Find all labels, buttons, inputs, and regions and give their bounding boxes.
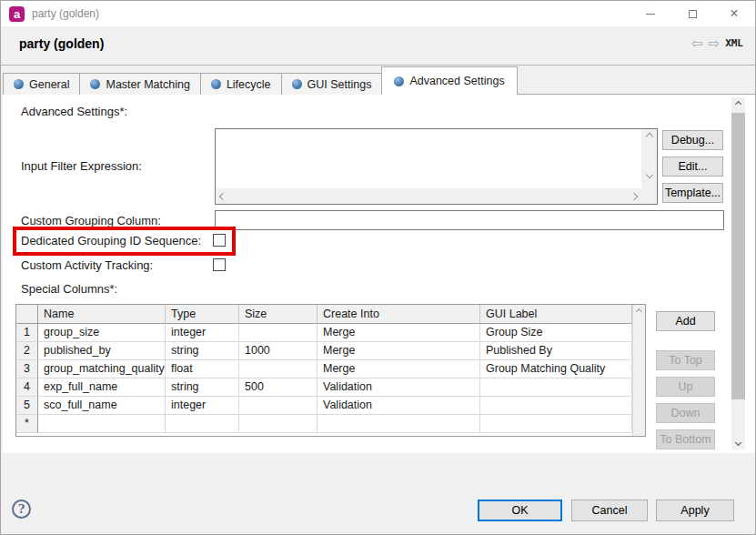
tab-label: Lifecycle — [227, 78, 271, 91]
cell-name[interactable]: published_by — [38, 342, 166, 360]
cell-size[interactable]: 500 — [239, 379, 318, 397]
expression-vertical-scrollbar[interactable] — [641, 129, 657, 189]
cell-type[interactable] — [166, 415, 239, 433]
tab-general[interactable]: General — [3, 73, 80, 95]
cell-name[interactable]: exp_full_name — [38, 379, 166, 397]
back-arrow-icon[interactable]: ⇦ — [691, 36, 703, 50]
close-icon: × — [730, 6, 738, 21]
template-button[interactable]: Template... — [662, 183, 723, 203]
tab-master-matching[interactable]: Master Matching — [79, 73, 200, 95]
scroll-up-arrow[interactable] — [731, 97, 745, 111]
cell-gui-label[interactable]: Group Matching Quality — [480, 360, 632, 379]
debug-button[interactable]: Debug... — [662, 130, 723, 150]
table-row[interactable]: 1 group_size integer Merge Group Size — [16, 324, 645, 342]
cell-name[interactable]: group_matching_quality — [38, 360, 166, 379]
row-number: 4 — [16, 379, 38, 397]
cell-create-into[interactable]: Validation — [318, 379, 480, 397]
maximize-icon — [689, 10, 697, 18]
header-size[interactable]: Size — [239, 305, 318, 324]
tab-label: Master Matching — [106, 78, 189, 91]
advanced-settings-panel: Advanced Settings*: Input Filter Express… — [3, 94, 756, 453]
minimize-button[interactable] — [630, 1, 671, 26]
header-type[interactable]: Type — [166, 305, 239, 324]
xml-view-link[interactable]: XML — [725, 37, 743, 49]
tab-advanced-settings[interactable]: Advanced Settings — [381, 66, 517, 95]
page-title: party (golden) — [19, 36, 104, 51]
special-columns-label: Special Columns*: — [21, 282, 117, 296]
cell-create-into[interactable]: Merge — [318, 324, 480, 342]
to-bottom-button[interactable]: To Bottom — [656, 429, 715, 449]
tab-strip: General Master Matching Lifecycle GUI Se… — [3, 66, 517, 95]
expression-horizontal-scrollbar[interactable] — [216, 188, 641, 204]
tab-gui-settings[interactable]: GUI Settings — [281, 73, 383, 95]
window-title: party (golden) — [32, 7, 630, 20]
to-top-button[interactable]: To Top — [656, 350, 715, 370]
cell-create-into[interactable]: Merge — [318, 360, 480, 379]
apply-button[interactable]: Apply — [656, 500, 734, 521]
row-number: 3 — [16, 360, 38, 379]
scrollbar-thumb[interactable] — [731, 113, 745, 399]
custom-activity-tracking-checkbox[interactable] — [213, 258, 226, 271]
custom-grouping-column-input[interactable] — [215, 210, 724, 230]
header-row-number — [16, 305, 38, 324]
tab-sphere-icon — [14, 79, 24, 89]
dedicated-grouping-id-sequence-label: Dedicated Grouping ID Sequence: — [21, 234, 201, 247]
cell-size[interactable] — [239, 324, 318, 342]
edit-button[interactable]: Edit... — [662, 156, 723, 177]
cell-type[interactable]: string — [166, 342, 239, 360]
panel-vertical-scrollbar[interactable] — [731, 97, 745, 449]
cell-create-into[interactable] — [318, 415, 480, 433]
cell-gui-label[interactable]: Published By — [480, 342, 632, 360]
table-row-new[interactable]: * — [16, 415, 645, 433]
header-name[interactable]: Name — [38, 305, 166, 324]
table-vertical-scrollbar[interactable] — [632, 305, 645, 436]
tab-label: Advanced Settings — [409, 75, 504, 87]
cell-name[interactable] — [38, 415, 166, 433]
table-row[interactable]: 5 sco_full_name integer Validation — [16, 397, 645, 415]
up-button[interactable]: Up — [656, 377, 715, 397]
help-icon[interactable]: ? — [12, 500, 31, 519]
cell-create-into[interactable]: Validation — [318, 397, 480, 415]
cell-size[interactable] — [239, 415, 318, 433]
cell-size[interactable] — [239, 360, 318, 379]
cell-size[interactable]: 1000 — [239, 342, 318, 360]
add-button[interactable]: Add — [656, 311, 715, 331]
header-gui-label[interactable]: GUI Label — [480, 305, 632, 324]
cell-type[interactable]: integer — [166, 397, 239, 415]
cell-type[interactable]: float — [166, 360, 239, 379]
cell-type[interactable]: integer — [166, 324, 239, 342]
cell-gui-label[interactable] — [480, 379, 632, 397]
cell-type[interactable]: string — [166, 379, 239, 397]
table-row[interactable]: 4 exp_full_name string 500 Validation — [16, 379, 645, 397]
cell-create-into[interactable]: Merge — [318, 342, 480, 360]
maximize-button[interactable] — [671, 1, 713, 26]
scroll-down-icon — [645, 171, 652, 178]
header-create-into[interactable]: Create Into — [318, 305, 480, 324]
input-filter-expression-box — [215, 128, 658, 205]
dialog-footer: ? OK Cancel Apply — [1, 453, 755, 535]
scroll-right-icon — [630, 192, 638, 199]
scroll-down-arrow[interactable] — [731, 436, 745, 449]
cell-gui-label[interactable] — [480, 397, 632, 415]
dedicated-grouping-id-sequence-checkbox[interactable] — [213, 234, 226, 247]
cell-gui-label[interactable]: Group Size — [480, 324, 632, 342]
input-filter-label: Input Filter Expression: — [21, 159, 142, 173]
editor-header: party (golden) ⇦ ⇨ XML — [1, 26, 755, 66]
tab-label: GUI Settings — [307, 78, 372, 91]
table-row[interactable]: 2 published_by string 1000 Merge Publish… — [16, 342, 645, 360]
row-number: 1 — [16, 324, 38, 342]
cell-name[interactable]: sco_full_name — [38, 397, 166, 415]
cell-gui-label[interactable] — [480, 415, 632, 433]
table-row[interactable]: 3 group_matching_quality float Merge Gro… — [16, 360, 645, 379]
tab-lifecycle[interactable]: Lifecycle — [200, 73, 282, 95]
cell-name[interactable]: group_size — [38, 324, 166, 342]
app-logo-icon: a — [9, 6, 25, 22]
down-button[interactable]: Down — [656, 403, 715, 423]
cell-size[interactable] — [239, 397, 318, 415]
ok-button[interactable]: OK — [478, 500, 562, 521]
forward-arrow-icon[interactable]: ⇨ — [709, 36, 721, 50]
custom-grouping-column-label: Custom Grouping Column: — [21, 214, 161, 227]
input-filter-expression-textarea[interactable] — [216, 129, 627, 189]
close-button[interactable]: × — [713, 1, 755, 26]
cancel-button[interactable]: Cancel — [571, 500, 648, 521]
